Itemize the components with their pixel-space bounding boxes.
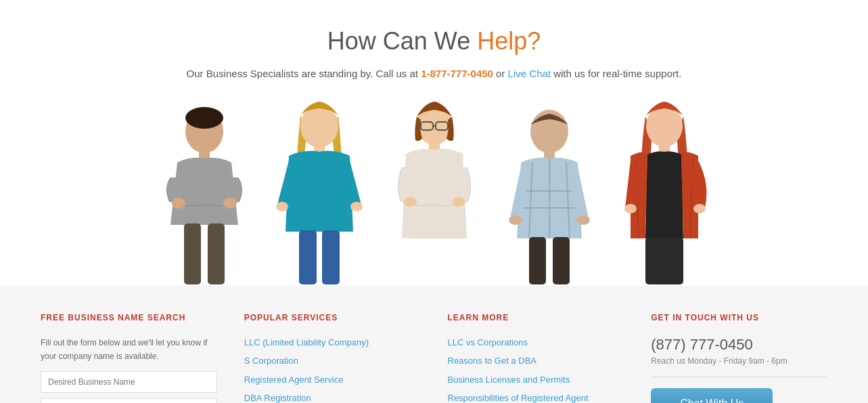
footer-section: Free Business Name Search Fill out the f… (0, 286, 868, 404)
svg-point-36 (624, 204, 637, 213)
business-location-input[interactable] (41, 398, 217, 403)
hero-subtitle-text: Our Business Specialists are standing by… (187, 68, 421, 79)
footer-col-learn: Learn More LLC vs Corporations Reasons t… (448, 313, 624, 404)
hero-subtitle-end: with us for real-time support. (551, 68, 681, 79)
person-5 (610, 96, 718, 286)
svg-rect-6 (208, 224, 225, 284)
svg-rect-11 (299, 230, 317, 284)
hero-title-highlight: Help? (477, 27, 541, 55)
search-description: Fill out the form below and we'll let yo… (41, 336, 217, 364)
person-2 (265, 96, 373, 286)
contact-phone: (877) 777-0450 (651, 336, 827, 354)
svg-rect-5 (184, 224, 201, 284)
people-row (14, 83, 854, 286)
search-heading: Free Business Name Search (41, 313, 217, 326)
service-link-agent[interactable]: Registered Agent Service (244, 373, 421, 387)
hero-subtitle-mid: or (493, 68, 508, 79)
svg-point-35 (693, 204, 706, 213)
learn-link-agent[interactable]: Responsibilities of Registered Agent (448, 391, 624, 403)
svg-point-27 (509, 215, 522, 225)
learn-link-licenses[interactable]: Business Licenses and Permits (448, 373, 624, 387)
footer-col-search: Free Business Name Search Fill out the f… (41, 313, 217, 404)
svg-rect-12 (322, 230, 340, 284)
live-chat-link[interactable]: Live Chat (508, 68, 551, 79)
hero-subtitle: Our Business Specialists are standing by… (14, 65, 854, 83)
business-name-input[interactable] (41, 371, 217, 393)
svg-point-18 (403, 197, 417, 207)
contact-heading: Get In Touch With Us (651, 313, 827, 326)
learn-link-llc-corp[interactable]: LLC vs Corporations (448, 336, 624, 349)
svg-rect-30 (553, 237, 570, 284)
services-heading: Popular Services (244, 313, 421, 326)
svg-rect-37 (645, 237, 683, 284)
svg-point-3 (172, 198, 185, 209)
service-link-llc[interactable]: LLC (Limited Liability Company) (244, 336, 421, 349)
contact-hours: Reach us Monday - Friday 9am - 6pm (651, 356, 827, 377)
svg-point-1 (185, 107, 223, 129)
chat-with-us-button[interactable]: Chat With Us (651, 388, 773, 404)
hero-section: How Can We Help? Our Business Specialist… (0, 0, 868, 286)
svg-point-9 (276, 202, 288, 211)
svg-rect-29 (529, 237, 546, 284)
person-3 (380, 96, 488, 286)
svg-point-19 (452, 197, 465, 207)
person-4 (495, 103, 603, 286)
phone-link[interactable]: 1-877-777-0450 (421, 68, 493, 79)
svg-point-4 (223, 198, 237, 209)
learn-heading: Learn More (448, 313, 624, 326)
service-link-scorp[interactable]: S Corporation (244, 354, 421, 368)
svg-point-10 (350, 202, 363, 211)
footer-col-contact: Get In Touch With Us (877) 777-0450 Reac… (651, 313, 827, 404)
footer-col-services: Popular Services LLC (Limited Liability … (244, 313, 421, 404)
service-link-dba[interactable]: DBA Registration (244, 391, 421, 403)
person-1 (150, 103, 258, 286)
hero-title: How Can We Help? (14, 27, 854, 56)
learn-link-dba[interactable]: Reasons to Get a DBA (448, 354, 624, 368)
svg-point-28 (576, 215, 590, 225)
hero-title-start: How Can We (327, 27, 477, 55)
